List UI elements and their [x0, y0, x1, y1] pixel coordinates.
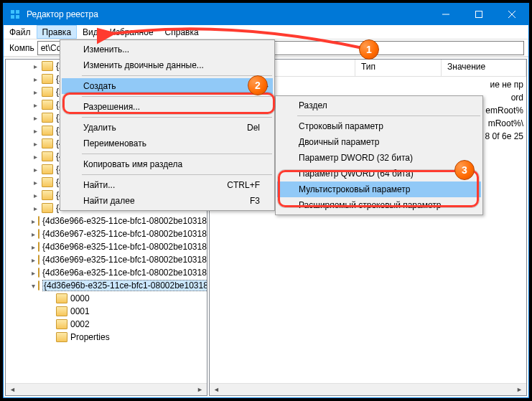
new-submenu: РазделСтроковый параметрДвоичный парамет… [275, 95, 483, 215]
edit-context-menu: Изменить...Изменить двоичные данные...Со… [60, 39, 275, 211]
folder-icon [42, 190, 53, 200]
tree-twisty-icon[interactable]: ▸ [32, 62, 39, 70]
menu-item-label: Создать [83, 81, 116, 91]
folder-icon [42, 138, 53, 148]
tree-item[interactable]: 0002 [6, 318, 207, 331]
tree-item[interactable]: ▸{4d36e969-e325-11ce-bfc1-08002be10318} [6, 253, 207, 266]
minimize-button[interactable] [429, 4, 462, 25]
folder-icon [56, 306, 67, 316]
submenu-arrow-icon: ▶ [263, 82, 269, 90]
col-value[interactable]: Значение [442, 60, 526, 76]
menu-item-label: Разрешения... [83, 102, 140, 112]
folder-icon [38, 216, 39, 226]
menu-item-label: Раздел [299, 100, 327, 110]
folder-icon [42, 126, 53, 136]
folder-icon [38, 229, 39, 239]
tree-twisty-icon[interactable]: ▸ [32, 127, 39, 135]
menu-item-label: Параметр QWORD (64 бита) [299, 169, 414, 179]
menu-item-label: Параметр DWORD (32 бита) [299, 153, 413, 163]
menu-item-label: Расширяемый строковый параметр [299, 200, 441, 210]
scroll-left-icon[interactable]: ◄ [7, 385, 18, 395]
menubar: Файл Правка Вид Избранное Справка [4, 25, 528, 39]
menu-edit[interactable]: Правка [37, 25, 78, 39]
menu-item-label: Двоичный параметр [299, 137, 380, 147]
folder-icon [42, 74, 53, 84]
scroll-right-icon[interactable]: ► [514, 385, 525, 395]
tree-item[interactable]: 0001 [6, 305, 207, 318]
titlebar[interactable]: Редактор реестра [4, 4, 528, 25]
menu-item-label: Мультистроковый параметр [299, 184, 411, 194]
menu-view[interactable]: Вид [77, 25, 104, 39]
folder-icon [56, 293, 67, 303]
menu-item[interactable]: Параметр QWORD (64 бита) [277, 166, 481, 181]
tree-item[interactable]: ▸{4d36e968-e325-11ce-bfc1-08002be10318} [6, 240, 207, 253]
tree-item[interactable]: ▸{4d36e96a-e325-11ce-bfc1-08002be10318} [6, 266, 207, 279]
menu-item[interactable]: Переименовать [62, 136, 273, 151]
tree-hscroll[interactable]: ◄ ► [6, 383, 207, 395]
list-hscroll[interactable]: ◄ ► [210, 383, 526, 395]
folder-icon [42, 100, 53, 110]
svg-rect-3 [16, 15, 19, 19]
tree-twisty-icon[interactable]: ▸ [32, 192, 39, 199]
folder-icon [56, 319, 67, 329]
menu-favorites[interactable]: Избранное [104, 25, 159, 39]
list-value: ие не пр [442, 80, 526, 90]
tree-item-label: {4d36e967-e325-11ce-bfc1-08002be10318} [42, 229, 207, 239]
menu-item[interactable]: Расширяемый строковый параметр [277, 197, 481, 213]
menu-item[interactable]: Создать▶ [62, 78, 273, 94]
menu-help[interactable]: Справка [159, 25, 205, 39]
tree-twisty-icon[interactable]: ▸ [32, 140, 39, 148]
tree-item[interactable]: ▾{4d36e96b-e325-11ce-bfc1-08002be10318} [6, 279, 207, 292]
tree-item[interactable]: 0000 [6, 292, 207, 305]
menu-item-label: Изменить... [83, 44, 129, 55]
menu-item[interactable]: Найти далееF3 [62, 193, 273, 209]
tree-twisty-icon[interactable]: ▾ [32, 282, 35, 290]
tree-twisty-icon[interactable]: ▸ [32, 269, 35, 277]
tree-twisty-icon[interactable]: ▸ [32, 243, 35, 251]
tree-twisty-icon[interactable]: ▸ [32, 153, 39, 161]
scroll-right-icon[interactable]: ► [195, 385, 205, 395]
tree-item-label: 0000 [70, 293, 90, 303]
scroll-left-icon[interactable]: ◄ [211, 385, 222, 395]
menu-item[interactable]: Найти...CTRL+F [62, 177, 273, 193]
menu-file[interactable]: Файл [4, 25, 37, 39]
menu-item[interactable]: Копировать имя раздела [62, 156, 273, 172]
menu-item[interactable]: Параметр DWORD (32 бита) [277, 150, 481, 166]
folder-icon [42, 61, 53, 71]
menu-item-label: Найти далее [83, 196, 135, 206]
tree-twisty-icon[interactable]: ▸ [32, 230, 35, 238]
tree-twisty-icon[interactable]: ▸ [32, 217, 35, 225]
tree-twisty-icon[interactable]: ▸ [32, 166, 39, 174]
svg-rect-0 [11, 10, 14, 14]
menu-item-label: Переименовать [83, 138, 146, 148]
tree-item[interactable]: ▸{4d36e967-e325-11ce-bfc1-08002be10318} [6, 227, 207, 240]
folder-icon [42, 177, 53, 187]
menu-item[interactable]: Двоичный параметр [277, 134, 481, 150]
menu-item[interactable]: Разрешения... [62, 99, 273, 115]
menu-item[interactable]: Изменить двоичные данные... [62, 57, 273, 73]
maximize-button[interactable] [462, 4, 495, 25]
window-title: Редактор реестра [27, 9, 429, 19]
tree-item[interactable]: ▸{4d36e966-e325-11ce-bfc1-08002be10318} [6, 214, 207, 227]
tree-item-label: {4d36e966-e325-11ce-bfc1-08002be10318} [42, 216, 207, 226]
menu-item[interactable]: Изменить... [62, 42, 273, 57]
menu-item[interactable]: Раздел [277, 98, 481, 113]
tree-item[interactable]: Properties [6, 331, 207, 344]
menu-item-label: Найти... [83, 180, 115, 190]
tree-item-label: {4d36e968-e325-11ce-bfc1-08002be10318} [42, 242, 207, 252]
tree-twisty-icon[interactable]: ▸ [32, 204, 39, 212]
tree-twisty-icon[interactable]: ▸ [32, 179, 39, 187]
tree-twisty-icon[interactable]: ▸ [32, 101, 39, 109]
menu-item[interactable]: УдалитьDel [62, 120, 273, 136]
tree-twisty-icon[interactable]: ▸ [32, 114, 39, 122]
menu-item[interactable]: Мультистроковый параметр [277, 181, 481, 197]
menu-item-label: Удалить [83, 123, 116, 133]
tree-twisty-icon[interactable]: ▸ [32, 256, 35, 264]
menu-item[interactable]: Строковый параметр [277, 118, 481, 134]
folder-icon [42, 87, 53, 97]
col-type[interactable]: Тип [355, 60, 442, 76]
menu-item-label: Изменить двоичные данные... [83, 60, 204, 70]
close-button[interactable] [495, 4, 528, 25]
tree-twisty-icon[interactable]: ▸ [32, 75, 39, 83]
tree-twisty-icon[interactable]: ▸ [32, 88, 39, 96]
